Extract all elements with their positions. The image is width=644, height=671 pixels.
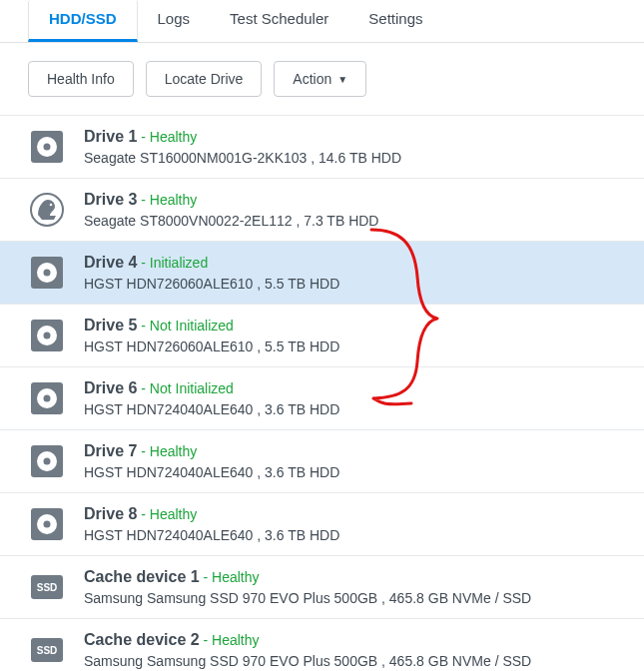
drive-row[interactable]: Drive 3 - HealthySeagate ST8000VN0022-2E… [0, 179, 644, 242]
drive-status: - Healthy [137, 443, 197, 459]
drive-name: Cache device 1 [84, 568, 200, 585]
hdd-icon [28, 254, 66, 292]
drive-name: Drive 7 [84, 442, 137, 459]
drive-status: - Not Initialized [137, 318, 234, 334]
drive-description: HGST HDN724040ALE640 , 3.6 TB HDD [84, 401, 339, 417]
locate-drive-button[interactable]: Locate Drive [146, 61, 263, 97]
drive-name: Drive 4 [84, 254, 137, 271]
hdd-icon [28, 317, 66, 354]
drive-info: Drive 7 - HealthyHGST HDN724040ALE640 , … [84, 442, 339, 480]
svg-point-10 [44, 333, 51, 339]
drive-status: - Healthy [200, 632, 260, 648]
svg-text:SSD: SSD [37, 582, 58, 593]
svg-point-16 [44, 458, 51, 465]
drive-description: Seagate ST8000VN0022-2EL112 , 7.3 TB HDD [84, 213, 378, 229]
tab-bar: HDD/SSD Logs Test Scheduler Settings [0, 0, 644, 43]
drive-info: Drive 6 - Not InitializedHGST HDN724040A… [84, 379, 339, 417]
drive-name: Drive 3 [84, 191, 137, 208]
tab-test-scheduler[interactable]: Test Scheduler [210, 0, 348, 42]
svg-point-13 [44, 395, 51, 402]
drive-description: HGST HDN724040ALE640 , 3.6 TB HDD [84, 527, 339, 543]
drive-info: Drive 5 - Not InitializedHGST HDN726060A… [84, 317, 339, 354]
drive-description: Samsung Samsung SSD 970 EVO Plus 500GB ,… [84, 653, 531, 669]
ironwolf-icon [28, 191, 66, 229]
hdd-icon [28, 128, 66, 166]
drive-name: Drive 5 [84, 317, 137, 334]
svg-point-4 [50, 204, 53, 207]
drive-status: - Healthy [200, 569, 260, 585]
drive-description: HGST HDN726060ALE610 , 5.5 TB HDD [84, 338, 339, 354]
tab-settings[interactable]: Settings [348, 0, 442, 42]
drive-info: Drive 8 - HealthyHGST HDN724040ALE640 , … [84, 505, 339, 543]
drive-status: - Healthy [137, 192, 197, 208]
drive-name: Cache device 2 [84, 631, 200, 648]
svg-text:SSD: SSD [37, 645, 58, 656]
svg-point-19 [44, 521, 51, 528]
drive-name: Drive 6 [84, 379, 137, 396]
drive-description: HGST HDN726060ALE610 , 5.5 TB HDD [84, 276, 339, 292]
svg-point-2 [44, 144, 51, 151]
drive-name: Drive 1 [84, 128, 137, 145]
drive-row[interactable]: Drive 8 - HealthyHGST HDN724040ALE640 , … [0, 493, 644, 556]
drive-info: Drive 1 - HealthySeagate ST16000NM001G-2… [84, 128, 401, 166]
drive-row[interactable]: Drive 7 - HealthyHGST HDN724040ALE640 , … [0, 430, 644, 493]
action-button-label: Action [293, 71, 331, 87]
tab-hdd-ssd[interactable]: HDD/SSD [28, 0, 138, 42]
chevron-down-icon: ▼ [337, 74, 347, 85]
hdd-icon [28, 505, 66, 543]
drive-description: HGST HDN724040ALE640 , 3.6 TB HDD [84, 464, 339, 480]
drive-list: Drive 1 - HealthySeagate ST16000NM001G-2… [0, 115, 644, 671]
drive-info: Drive 3 - HealthySeagate ST8000VN0022-2E… [84, 191, 378, 229]
drive-info: Drive 4 - InitializedHGST HDN726060ALE61… [84, 254, 339, 292]
drive-row[interactable]: Drive 6 - Not InitializedHGST HDN724040A… [0, 367, 644, 430]
ssd-icon: SSD [28, 631, 66, 669]
drive-status: - Healthy [137, 129, 197, 145]
drive-status: - Healthy [137, 506, 197, 522]
drive-row[interactable]: Drive 5 - Not InitializedHGST HDN726060A… [0, 305, 644, 367]
action-button[interactable]: Action ▼ [274, 61, 366, 97]
hdd-icon [28, 379, 66, 417]
drive-name: Drive 8 [84, 505, 137, 522]
drive-row[interactable]: SSDCache device 1 - HealthySamsung Samsu… [0, 556, 644, 619]
drive-info: Cache device 1 - HealthySamsung Samsung … [84, 568, 531, 606]
drive-row[interactable]: Drive 1 - HealthySeagate ST16000NM001G-2… [0, 116, 644, 179]
toolbar: Health Info Locate Drive Action ▼ [0, 43, 644, 115]
svg-point-7 [44, 270, 51, 277]
tab-logs[interactable]: Logs [138, 0, 211, 42]
drive-row[interactable]: Drive 4 - InitializedHGST HDN726060ALE61… [0, 242, 644, 305]
ssd-icon: SSD [28, 568, 66, 606]
drive-description: Samsung Samsung SSD 970 EVO Plus 500GB ,… [84, 590, 531, 606]
drive-status: - Not Initialized [137, 380, 234, 396]
drive-row[interactable]: SSDCache device 2 - HealthySamsung Samsu… [0, 619, 644, 671]
hdd-icon [28, 442, 66, 480]
health-info-button[interactable]: Health Info [28, 61, 134, 97]
drive-info: Cache device 2 - HealthySamsung Samsung … [84, 631, 531, 669]
drive-status: - Initialized [137, 255, 208, 271]
drive-description: Seagate ST16000NM001G-2KK103 , 14.6 TB H… [84, 150, 401, 166]
